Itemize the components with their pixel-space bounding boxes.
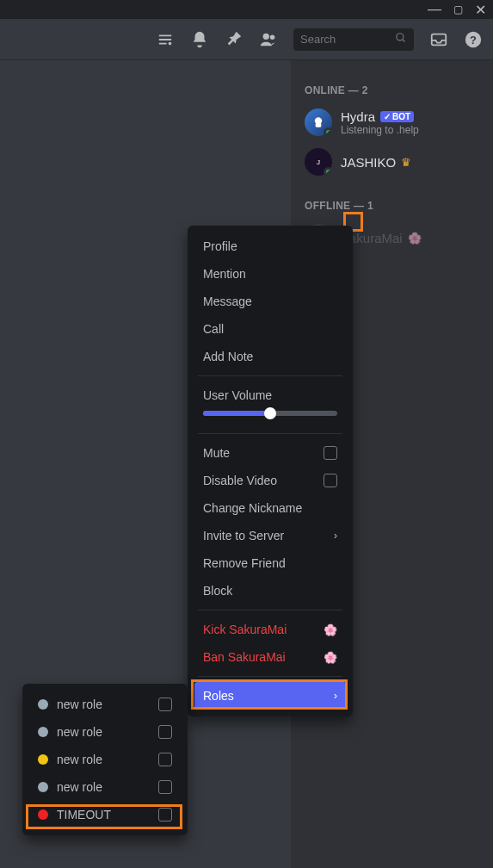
volume-label: User Volume — [203, 388, 337, 402]
member-name-label: Hydra — [341, 109, 375, 124]
threads-icon[interactable] — [156, 30, 175, 49]
ctx-call[interactable]: Call — [194, 315, 346, 343]
ctx-roles[interactable]: Roles› — [194, 682, 346, 710]
flower-icon: 🌸 — [324, 651, 337, 664]
role-label: new role — [57, 780, 102, 794]
flower-icon: 🌸 — [408, 232, 422, 245]
search-icon — [395, 32, 407, 46]
pin-icon[interactable] — [225, 30, 243, 49]
svg-point-3 — [397, 34, 404, 40]
role-item[interactable]: new role — [29, 773, 181, 801]
role-label: TIMEOUT — [57, 808, 111, 822]
member-activity: Listening to .help — [341, 124, 419, 136]
ctx-block[interactable]: Block — [194, 577, 346, 604]
checkbox-icon — [158, 780, 172, 794]
close-icon[interactable]: ✕ — [475, 2, 486, 18]
role-label: new role — [57, 698, 102, 711]
ctx-add-note[interactable]: Add Note — [194, 343, 346, 370]
ctx-profile[interactable]: Profile — [194, 232, 346, 260]
separator — [198, 610, 342, 611]
svg-line-4 — [403, 40, 405, 42]
member-jashiko[interactable]: J JASHIKO ♛ — [305, 145, 486, 179]
svg-point-2 — [270, 34, 275, 40]
separator — [198, 676, 342, 677]
maximize-icon[interactable]: ▢ — [453, 3, 463, 16]
ctx-mute[interactable]: Mute — [194, 439, 346, 467]
flower-icon: 🌸 — [324, 623, 337, 636]
role-color-dot — [38, 727, 48, 737]
checkbox-icon — [158, 808, 172, 822]
avatar: J — [305, 148, 332, 176]
member-name-label: JASHIKO — [341, 155, 396, 170]
bell-icon[interactable] — [190, 30, 209, 49]
role-label: new role — [57, 725, 102, 739]
status-online-icon — [324, 167, 332, 176]
ctx-message[interactable]: Message — [194, 288, 346, 315]
online-header: ONLINE — 2 — [305, 84, 486, 96]
ctx-invite-server[interactable]: Invite to Server› — [194, 522, 346, 549]
ctx-mention[interactable]: Mention — [194, 260, 346, 288]
ctx-kick[interactable]: Kick SakuraMai🌸 — [194, 616, 346, 643]
separator — [198, 433, 342, 434]
status-online-icon — [324, 127, 332, 136]
ctx-change-nickname[interactable]: Change Nickname — [194, 494, 346, 522]
bot-tag: ✓BOT — [380, 111, 414, 122]
search-input[interactable]: Search — [293, 28, 414, 51]
role-color-dot — [38, 809, 48, 820]
crown-icon: ♛ — [401, 156, 411, 169]
checkbox-icon — [158, 698, 172, 711]
inbox-icon[interactable] — [429, 30, 448, 49]
roles-submenu: new rolenew rolenew rolenew roleTIMEOUT — [22, 684, 188, 835]
window-titlebar: — ▢ ✕ — [0, 0, 493, 19]
svg-point-0 — [169, 41, 172, 45]
channel-toolbar: Search ? — [0, 19, 493, 60]
checkbox-icon — [158, 753, 172, 766]
role-color-dot — [38, 782, 48, 792]
chevron-right-icon: › — [334, 690, 337, 702]
role-item[interactable]: new role — [29, 746, 181, 773]
separator — [198, 375, 342, 376]
ctx-volume: User Volume — [194, 381, 346, 428]
role-color-dot — [38, 754, 48, 765]
help-icon[interactable]: ? — [464, 30, 483, 49]
svg-point-1 — [263, 33, 269, 39]
checkbox-icon — [324, 446, 337, 460]
svg-text:?: ? — [470, 33, 477, 46]
avatar — [305, 108, 332, 136]
members-icon[interactable] — [259, 30, 278, 49]
ctx-remove-friend[interactable]: Remove Friend — [194, 549, 346, 577]
member-hydra[interactable]: Hydra ✓BOT Listening to .help — [305, 105, 486, 140]
minimize-icon[interactable]: — — [428, 2, 441, 17]
search-placeholder: Search — [300, 33, 336, 46]
user-context-menu: Profile Mention Message Call Add Note Us… — [188, 226, 353, 716]
svg-rect-9 — [316, 123, 322, 127]
ctx-ban[interactable]: Ban SakuraMai🌸 — [194, 643, 346, 671]
role-item[interactable]: TIMEOUT — [29, 801, 181, 828]
ctx-disable-video[interactable]: Disable Video — [194, 467, 346, 494]
offline-header: OFFLINE — 1 — [305, 200, 486, 212]
role-color-dot — [38, 699, 48, 710]
role-item[interactable]: new role — [29, 718, 181, 746]
volume-slider[interactable] — [203, 411, 337, 416]
checkbox-icon — [324, 474, 337, 487]
checkbox-icon — [158, 725, 172, 739]
role-item[interactable]: new role — [29, 691, 181, 718]
role-label: new role — [57, 753, 102, 766]
chevron-right-icon: › — [334, 530, 337, 542]
